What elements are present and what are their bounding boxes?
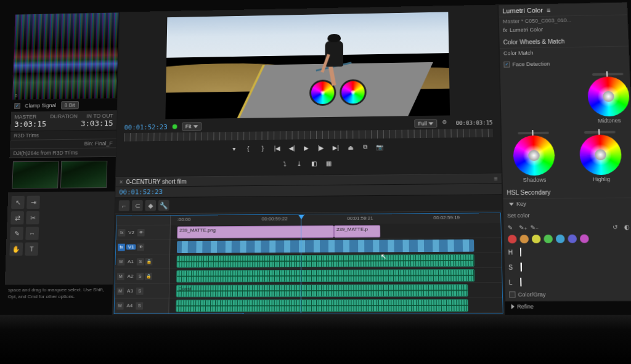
key-label[interactable]: Key (516, 201, 526, 207)
track-target-v1[interactable]: fx (118, 243, 125, 251)
highlights-slider[interactable] (584, 131, 616, 134)
compare-icon[interactable]: ◧ (308, 158, 319, 169)
linked-selection-icon[interactable]: ⊂ (132, 200, 143, 211)
midtones-slider[interactable] (592, 73, 624, 76)
face-detection-checkbox[interactable] (503, 62, 510, 68)
highlights-color-wheel[interactable] (579, 134, 622, 175)
project-thumbnails (8, 157, 116, 193)
track-label-a2: A2 (126, 273, 136, 279)
luma-label: L (509, 278, 513, 285)
audio-clip[interactable] (176, 299, 468, 312)
shadows-label: Shadows (523, 177, 547, 183)
mute-a1[interactable]: M (117, 258, 124, 265)
type-tool-icon[interactable]: T (25, 242, 38, 256)
eyedropper-add-icon[interactable]: ✎₊ (519, 224, 527, 232)
settings-icon[interactable]: ⚙ (442, 119, 451, 127)
step-forward-icon[interactable]: |▶ (316, 142, 327, 153)
hand-tool-icon[interactable]: ✋ (9, 243, 23, 256)
master-timecode: 3:03:15 (14, 119, 47, 129)
pen-tool-icon[interactable]: ✎ (10, 227, 23, 240)
close-sequence-icon[interactable]: × (120, 179, 123, 185)
mask-icon[interactable]: ◐ (624, 224, 631, 231)
step-back-icon[interactable]: ◀| (287, 142, 298, 153)
status-indicator-icon (173, 124, 177, 129)
go-to-out-icon[interactable]: ▶| (330, 142, 341, 153)
panel-menu-icon[interactable]: ≡ (547, 7, 551, 14)
clamp-signal-checkbox[interactable] (14, 103, 20, 109)
eyedropper-icon[interactable]: ✎ (508, 224, 516, 232)
clip-thumbnail[interactable] (12, 161, 59, 189)
audio-clip[interactable]: Const (176, 284, 468, 297)
overwrite-icon[interactable]: ⤓ (293, 158, 304, 169)
color-swatch[interactable] (568, 235, 577, 243)
resolution-dropdown[interactable]: Full (414, 119, 438, 127)
ripple-tool-icon[interactable]: ⇄ (10, 211, 24, 225)
export-frame-icon[interactable]: 📷 (374, 142, 385, 153)
insert-icon[interactable]: ⤵ (279, 158, 290, 169)
go-to-in-icon[interactable]: |◀ (272, 142, 283, 153)
slip-tool-icon[interactable]: ↔ (25, 227, 39, 240)
shadows-color-wheel[interactable] (513, 135, 555, 176)
selection-tool-icon[interactable]: ↖ (11, 196, 25, 209)
program-current-timecode[interactable]: 00:01:52:23 (124, 123, 168, 131)
audio-clip[interactable] (176, 254, 474, 268)
track-select-tool-icon[interactable]: ⇥ (26, 196, 40, 209)
play-icon[interactable]: ▶ (301, 142, 312, 153)
audio-clip[interactable] (176, 269, 475, 283)
snap-icon[interactable]: ⌐ (119, 200, 130, 211)
cursor-icon: ↖ (380, 252, 386, 261)
color-swatch[interactable] (532, 235, 541, 243)
video-clip[interactable]: 239_MATTE.png (177, 225, 334, 238)
video-clip[interactable] (177, 240, 474, 253)
duration-label: DURATION (50, 113, 77, 119)
marquee-hint: space and drag to marquee select. Use Sh… (4, 285, 113, 302)
midtones-label: Midtones (598, 118, 621, 124)
highlights-label: Highlig (593, 176, 611, 182)
laptop-hinge (0, 315, 631, 364)
section-hsl-secondary[interactable]: HSL Secondary (503, 186, 631, 200)
mark-in-icon[interactable]: { (243, 143, 254, 154)
timeline-playhead-timecode[interactable]: 00:01:52:23 (119, 188, 163, 196)
marker-icon[interactable]: ◆ (145, 200, 156, 211)
set-color-label: Set color (507, 212, 529, 219)
face-detection-label: Face Detection (512, 61, 550, 68)
clamp-signal-label: Clamp Signal (25, 102, 56, 108)
shadows-slider[interactable] (518, 132, 549, 135)
sequence-name-tab[interactable]: 0-CENTURY short film (126, 178, 187, 185)
safe-margins-icon[interactable]: ▦ (323, 158, 334, 169)
razor-tool-icon[interactable]: ✂ (26, 211, 39, 225)
wrench-icon[interactable]: 🔧 (158, 200, 169, 211)
midtones-color-wheel[interactable] (587, 76, 630, 116)
reset-icon[interactable]: ↺ (613, 224, 621, 231)
color-swatch[interactable] (519, 235, 529, 243)
track-label-a1: A1 (126, 259, 136, 264)
refine-label[interactable]: Refine (517, 304, 534, 310)
lumetri-panel-title: Lumetri Color (502, 7, 543, 15)
video-clip[interactable]: 239_MATTE.p (334, 225, 380, 238)
color-swatch[interactable] (580, 234, 589, 243)
track-target-v2[interactable]: fx (118, 229, 126, 237)
eyedropper-remove-icon[interactable]: ✎₋ (530, 224, 538, 232)
color-gray-label: Color/Gray (518, 291, 546, 297)
lumetri-scopes: 0 (12, 12, 120, 100)
program-monitor[interactable] (165, 12, 450, 119)
track-label-v1[interactable]: V1 (126, 245, 136, 250)
color-swatch[interactable] (508, 235, 517, 243)
panel-menu-icon[interactable]: ≡ (494, 176, 498, 182)
track-label-a3: A3 (125, 288, 135, 294)
color-swatch[interactable] (556, 235, 565, 243)
color-gray-checkbox[interactable] (509, 291, 516, 297)
clip-thumbnail[interactable] (60, 161, 107, 188)
extract-icon[interactable]: ⧉ (359, 142, 370, 153)
zoom-fit-dropdown[interactable]: Fit (182, 122, 202, 131)
color-swatch[interactable] (543, 235, 553, 243)
add-marker-icon[interactable]: ▾ (228, 143, 239, 154)
timeline-tracks-area[interactable]: :00:00 00:00:59:22 00:01:59:21 00:02:59:… (169, 213, 502, 313)
mark-out-icon[interactable]: } (257, 143, 268, 154)
bit-depth-dropdown[interactable]: 8 Bit (61, 101, 79, 110)
effect-name[interactable]: Lumetri Color (510, 26, 543, 33)
preview-content (312, 30, 360, 107)
lift-icon[interactable]: ⏏ (344, 142, 356, 153)
hue-label: H (508, 249, 513, 256)
in-to-out-timecode: 3:03:15 (81, 119, 113, 128)
